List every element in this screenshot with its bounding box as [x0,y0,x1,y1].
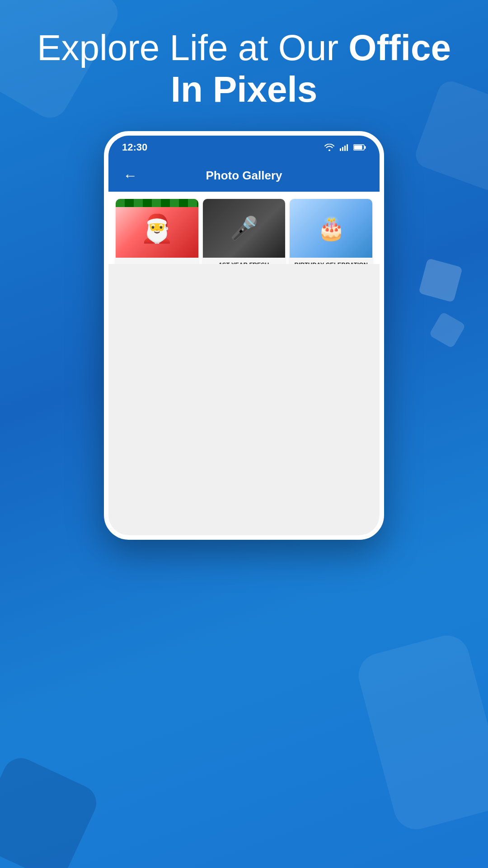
app-title: Photo Gallery [206,169,282,183]
back-button[interactable]: ← [119,164,141,188]
phone-body: 12:30 [104,131,384,540]
svg-rect-2 [344,146,346,151]
hero-line1-normal: Explore Life at Our [37,28,348,68]
hero-line2: In Pixels [27,69,461,110]
app-header: ← Photo Gallery [108,159,380,192]
bg-decoration-br [353,630,488,834]
status-time: 12:30 [122,142,147,153]
phone-bottom [108,264,380,535]
svg-rect-1 [342,147,343,151]
status-bar: 12:30 [108,136,380,159]
hero-line1-bold: Office [348,28,451,68]
svg-rect-3 [347,144,348,151]
status-icons [324,144,366,151]
side-decoration-1 [418,258,463,302]
gallery-thumb-birthday-aug [290,199,372,258]
battery-icon [353,144,366,151]
bg-decoration-bl [0,752,102,868]
wifi-icon [324,144,334,151]
svg-rect-6 [365,146,366,149]
svg-rect-5 [354,146,362,150]
gallery-thumb-christmas-2023 [116,199,198,258]
hero-text: Explore Life at Our Office In Pixels [0,27,488,110]
side-decoration-2 [429,311,466,349]
gallery-thumb-orientation-2023 [203,199,286,258]
phone-mockup: 12:30 [104,131,384,540]
svg-rect-0 [340,148,341,151]
signal-icon [340,144,348,151]
